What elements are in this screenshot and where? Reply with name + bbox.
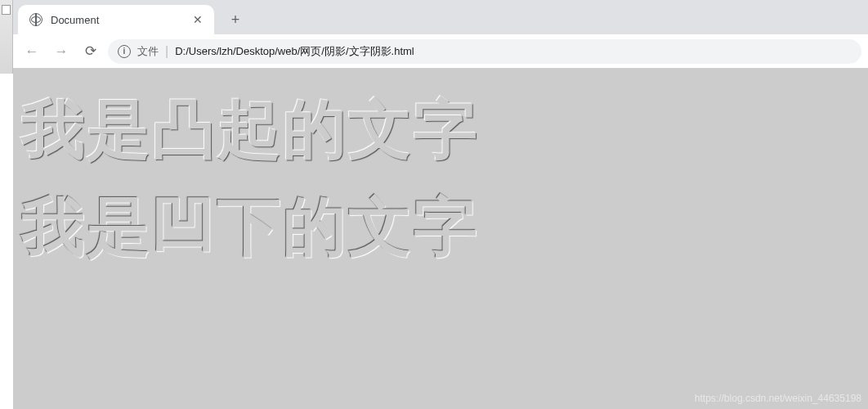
- tab-strip: Document ✕ +: [13, 0, 868, 34]
- raised-text: 我是凸起的文字: [21, 88, 860, 171]
- address-bar[interactable]: i 文件 | D:/Users/lzh/Desktop/web/网页/阴影/文字…: [108, 39, 861, 64]
- browser-tab[interactable]: Document ✕: [18, 5, 214, 34]
- close-tab-button[interactable]: ✕: [191, 13, 204, 26]
- other-window-edge: [0, 0, 13, 74]
- sunken-text: 我是凹下的文字: [21, 186, 860, 268]
- globe-icon: [29, 13, 43, 26]
- address-prefix: 文件: [137, 44, 159, 59]
- browser-toolbar: ← → ⟳ i 文件 | D:/Users/lzh/Desktop/web/网页…: [13, 34, 868, 69]
- tab-title: Document: [51, 14, 183, 26]
- forward-button[interactable]: →: [49, 39, 74, 64]
- watermark-text: https://blog.csdn.net/weixin_44635198: [695, 393, 861, 404]
- page-viewport: 我是凸起的文字 我是凹下的文字 https://blog.csdn.net/we…: [13, 69, 868, 409]
- new-tab-button[interactable]: +: [224, 8, 247, 31]
- reload-button[interactable]: ⟳: [78, 39, 103, 64]
- address-url: D:/Users/lzh/Desktop/web/网页/阴影/文字阴影.html: [175, 44, 414, 59]
- address-separator: |: [165, 44, 168, 59]
- back-button[interactable]: ←: [20, 39, 44, 64]
- info-icon[interactable]: i: [118, 45, 131, 58]
